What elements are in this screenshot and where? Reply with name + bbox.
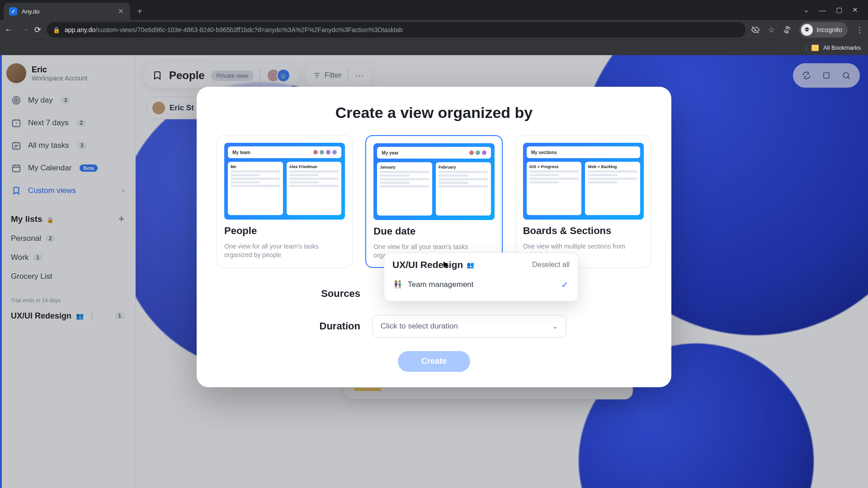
sources-label: Sources xyxy=(302,288,360,300)
modal-overlay[interactable]: Create a view organized by My team Me Al… xyxy=(0,55,868,488)
chevron-down-icon[interactable]: ⌄ xyxy=(803,6,809,14)
option-title: Due date xyxy=(373,225,494,237)
window-controls: ⌄ — ▢ ✕ xyxy=(797,0,864,20)
option-preview: My sections iOS > Progress Web > Backlog xyxy=(523,143,644,220)
url-path: /custom-views/70e6d96c-103e-4863-8240-b9… xyxy=(95,26,403,33)
close-window-icon[interactable]: ✕ xyxy=(852,6,858,14)
kebab-menu-icon[interactable]: ⋮ xyxy=(856,25,863,35)
minimize-icon[interactable]: — xyxy=(819,6,826,14)
lock-icon: 🔒 xyxy=(53,27,60,33)
bookmarks-bar: | All Bookmarks xyxy=(0,40,868,55)
duration-row: Duration Click to select duration ⌄ xyxy=(302,315,566,338)
tab-title: Any.do xyxy=(22,8,112,15)
dropdown-item-label: Team management xyxy=(408,280,474,289)
create-button[interactable]: Create xyxy=(398,351,470,372)
option-due-date[interactable]: My year January February Due date One vi… xyxy=(365,135,502,268)
duration-placeholder: Click to select duration xyxy=(381,322,458,331)
dropdown-item[interactable]: 👫 Team management ✓ xyxy=(392,275,570,295)
preview-col: February xyxy=(439,165,488,169)
all-bookmarks-button[interactable]: All Bookmarks xyxy=(823,44,861,51)
close-tab-icon[interactable]: ✕ xyxy=(117,7,125,15)
chevron-down-icon: ⌄ xyxy=(552,323,558,330)
option-title: People xyxy=(224,225,345,237)
option-boards-sections[interactable]: My sections iOS > Progress Web > Backlog… xyxy=(515,135,651,268)
sources-dropdown: UX/UI Redesign👥 Deselect all 👫 Team mana… xyxy=(384,253,578,301)
browser-tab[interactable]: ✓ Any.do ✕ xyxy=(4,3,130,20)
option-preview: My team Me Alex Friedman xyxy=(224,143,345,220)
preview-col: Web > Backlog xyxy=(588,164,637,169)
maximize-icon[interactable]: ▢ xyxy=(836,6,842,14)
duration-label: Duration xyxy=(302,320,360,332)
create-view-modal: Create a view organized by My team Me Al… xyxy=(197,87,671,387)
folder-icon xyxy=(811,45,819,51)
preview-col: January xyxy=(380,165,429,169)
back-icon[interactable]: ← xyxy=(5,25,13,35)
preview-col: Me xyxy=(231,164,280,169)
preview-title: My team xyxy=(232,150,250,155)
preview-title: My sections xyxy=(531,150,557,155)
incognito-icon xyxy=(801,24,813,36)
view-type-options: My team Me Alex Friedman People One view… xyxy=(217,135,651,268)
anydo-favicon-icon: ✓ xyxy=(9,7,17,15)
preview-title: My year xyxy=(382,150,398,155)
address-bar[interactable]: 🔒 app.any.do/custom-views/70e6d96c-103e-… xyxy=(47,22,745,38)
check-icon: ✓ xyxy=(561,279,569,290)
option-title: Boards & Sections xyxy=(523,225,644,237)
modal-title: Create a view organized by xyxy=(217,104,651,122)
url-host: app.any.do xyxy=(65,26,95,33)
duration-select[interactable]: Click to select duration ⌄ xyxy=(372,315,566,338)
chrome-toolbar: ← → ⟳ 🔒 app.any.do/custom-views/70e6d96c… xyxy=(0,20,868,40)
preview-col: Alex Friedman xyxy=(289,164,339,169)
new-tab-button[interactable]: + xyxy=(133,5,146,18)
browser-window: ✓ Any.do ✕ + ⌄ — ▢ ✕ ← → ⟳ 🔒 app.any.do/… xyxy=(0,0,868,488)
sources-row: Sources UX/UI Redesign👥 Deselect all 👫 T… xyxy=(302,282,566,305)
option-preview: My year January February xyxy=(373,143,494,220)
dropdown-title: UX/UI Redesign xyxy=(392,259,463,270)
option-desc: One view for all your team's tasks organ… xyxy=(224,242,345,259)
incognito-label: Incognito xyxy=(816,26,842,33)
modal-form: Sources UX/UI Redesign👥 Deselect all 👫 T… xyxy=(217,282,651,372)
forward-icon: → xyxy=(21,25,29,35)
deselect-all-button[interactable]: Deselect all xyxy=(532,261,570,269)
incognito-indicator[interactable]: Incognito xyxy=(799,22,848,38)
option-people[interactable]: My team Me Alex Friedman People One view… xyxy=(217,135,353,268)
create-label: Create xyxy=(421,357,447,366)
extensions-icon[interactable] xyxy=(783,26,791,34)
members-icon: 👥 xyxy=(467,261,474,268)
eye-off-icon[interactable] xyxy=(751,25,760,34)
star-icon[interactable]: ☆ xyxy=(768,25,775,35)
reload-icon[interactable]: ⟳ xyxy=(34,25,41,35)
chrome-tabstrip: ✓ Any.do ✕ + ⌄ — ▢ ✕ xyxy=(0,0,868,20)
anydo-app: Eric Workspace Account My day 3 7 Next 7… xyxy=(0,55,868,488)
team-icon: 👫 xyxy=(393,280,402,289)
preview-col: iOS > Progress xyxy=(529,164,579,169)
